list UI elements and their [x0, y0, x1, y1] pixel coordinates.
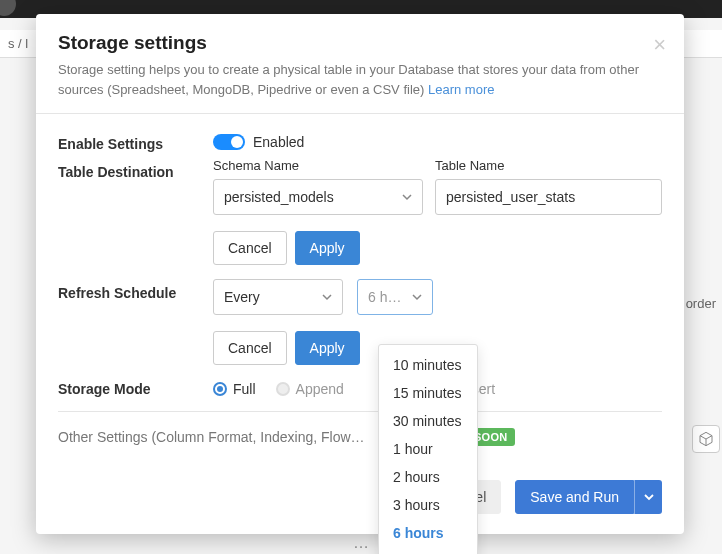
- interval-option[interactable]: 30 minutes: [379, 407, 477, 435]
- storage-mode-append[interactable]: Append: [276, 381, 344, 397]
- table-name-input[interactable]: [435, 179, 662, 215]
- interval-option[interactable]: 15 minutes: [379, 379, 477, 407]
- modal-footer: Cancel Save and Run: [36, 466, 684, 534]
- interval-option[interactable]: 1 hour: [379, 435, 477, 463]
- modal-subtitle: Storage setting helps you to create a ph…: [58, 60, 662, 99]
- enable-toggle[interactable]: [213, 134, 245, 150]
- save-and-run-button[interactable]: Save and Run: [515, 480, 634, 514]
- interval-option[interactable]: 3 hours: [379, 491, 477, 519]
- interval-select[interactable]: 6 ho…: [357, 279, 433, 315]
- overflow-ellipsis: …: [353, 534, 369, 552]
- cube-icon[interactable]: [692, 425, 720, 453]
- close-icon[interactable]: ×: [653, 34, 666, 56]
- modal-header: Storage settings Storage setting helps y…: [36, 14, 684, 114]
- save-and-run-caret[interactable]: [634, 480, 662, 514]
- modal-title: Storage settings: [58, 32, 662, 54]
- enable-state-label: Enabled: [253, 134, 304, 150]
- frequency-select[interactable]: Every: [213, 279, 343, 315]
- background-right-label: order: [680, 290, 722, 317]
- caret-down-icon: [644, 492, 654, 502]
- storage-settings-modal: Storage settings Storage setting helps y…: [36, 14, 684, 534]
- refresh-cancel-button[interactable]: Cancel: [213, 331, 287, 365]
- schema-name-label: Schema Name: [213, 158, 423, 173]
- chevron-down-icon: [322, 292, 332, 302]
- learn-more-link[interactable]: Learn more: [428, 82, 494, 97]
- interval-dropdown-menu: 10 minutes15 minutes30 minutes1 hour2 ho…: [378, 344, 478, 554]
- radio-icon: [213, 382, 227, 396]
- schema-name-select[interactable]: persisted_models: [213, 179, 423, 215]
- table-name-label: Table Name: [435, 158, 662, 173]
- chevron-down-icon: [402, 192, 412, 202]
- refresh-apply-button[interactable]: Apply: [295, 331, 360, 365]
- storage-mode-full[interactable]: Full: [213, 381, 256, 397]
- radio-icon: [276, 382, 290, 396]
- destination-apply-button[interactable]: Apply: [295, 231, 360, 265]
- refresh-schedule-label: Refresh Schedule: [58, 279, 203, 365]
- interval-option[interactable]: 2 hours: [379, 463, 477, 491]
- interval-option[interactable]: 6 hours: [379, 519, 477, 547]
- interval-option[interactable]: 10 minutes: [379, 351, 477, 379]
- other-settings-text: Other Settings (Column Format, Indexing,…: [58, 429, 365, 445]
- destination-cancel-button[interactable]: Cancel: [213, 231, 287, 265]
- storage-mode-label: Storage Mode: [58, 375, 203, 397]
- interval-option[interactable]: 12 hours: [379, 547, 477, 554]
- chevron-down-icon: [412, 292, 422, 302]
- table-destination-label: Table Destination: [58, 158, 203, 265]
- enable-settings-label: Enable Settings: [58, 130, 203, 152]
